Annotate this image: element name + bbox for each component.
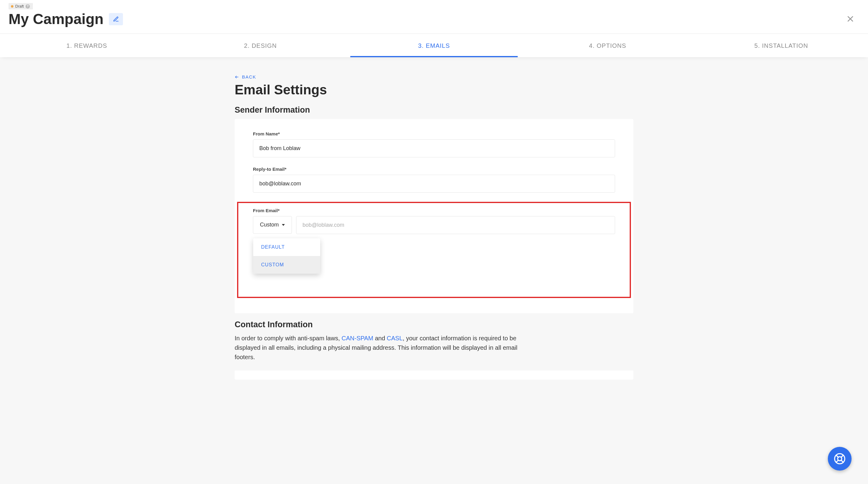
dropdown-option-default[interactable]: DEFAULT (253, 238, 320, 256)
tabs: 1. REWARDS 2. DESIGN 3. EMAILS 4. OPTION… (0, 33, 868, 57)
header: Draft ? My Campaign (0, 0, 868, 33)
from-email-type-dropdown[interactable]: Custom (253, 216, 292, 234)
main-content: BACK Email Settings Sender Information F… (216, 57, 652, 392)
contact-info-heading: Contact Information (235, 320, 633, 329)
from-name-label: From Name* (253, 131, 615, 137)
from-name-input[interactable] (253, 140, 615, 157)
tab-design[interactable]: 2. DESIGN (174, 34, 347, 57)
caret-down-icon (282, 224, 285, 226)
from-email-input[interactable] (296, 216, 615, 234)
close-icon (846, 15, 854, 23)
sender-info-card: From Name* Reply-to Email* From Email* C… (235, 119, 633, 313)
reply-to-input[interactable] (253, 175, 615, 193)
from-name-field: From Name* (253, 131, 615, 157)
tab-rewards[interactable]: 1. REWARDS (0, 34, 174, 57)
from-email-label: From Email* (253, 208, 615, 213)
from-email-type-value: Custom (260, 221, 279, 228)
dropdown-option-custom[interactable]: CUSTOM (253, 256, 320, 274)
page-title: My Campaign (8, 11, 103, 27)
back-label: BACK (242, 74, 256, 80)
contact-info-text: In order to comply with anti-spam laws, … (235, 334, 527, 362)
tab-emails[interactable]: 3. EMAILS (347, 34, 521, 57)
draft-label: Draft (15, 4, 24, 8)
from-email-row: Custom (253, 216, 615, 234)
help-icon[interactable]: ? (26, 4, 30, 8)
sender-info-heading: Sender Information (235, 105, 633, 115)
tab-installation[interactable]: 5. INSTALLATION (694, 34, 868, 57)
tab-options[interactable]: 4. OPTIONS (521, 34, 694, 57)
close-button[interactable] (845, 14, 856, 25)
arrow-left-icon (235, 75, 239, 79)
edit-title-button[interactable] (109, 13, 123, 25)
from-email-dropdown-menu: DEFAULT CUSTOM (253, 238, 320, 274)
reply-to-label: Reply-to Email* (253, 167, 615, 172)
pencil-icon (113, 16, 119, 22)
draft-badge: Draft ? (8, 3, 33, 9)
contact-info-card (235, 370, 633, 380)
title-row: My Campaign (8, 11, 860, 33)
from-email-highlight-box: From Email* Custom DEFAULT CUSTOM (237, 202, 631, 298)
section-heading: Email Settings (235, 82, 633, 97)
draft-status-dot-icon (11, 5, 13, 8)
can-spam-link[interactable]: CAN-SPAM (341, 335, 373, 341)
casl-link[interactable]: CASL (387, 335, 403, 341)
back-link[interactable]: BACK (235, 74, 256, 80)
reply-to-field: Reply-to Email* (253, 167, 615, 193)
